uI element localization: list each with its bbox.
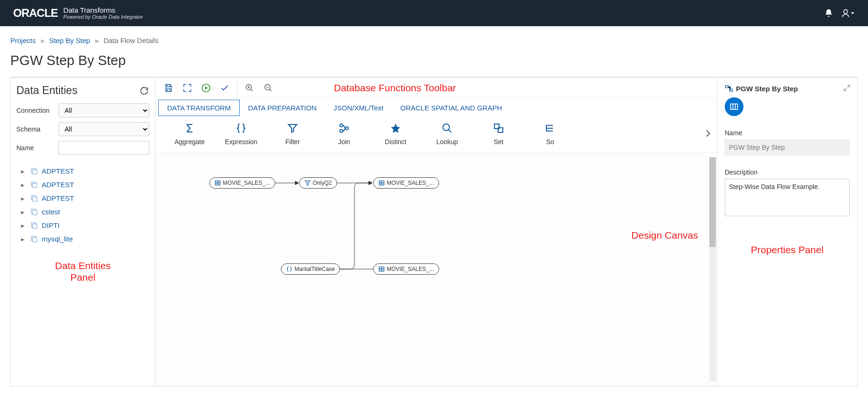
center-panel: Database Functions Toolbar DATA TRANSFOR… [155, 77, 717, 387]
function-join[interactable]: Join [318, 121, 370, 146]
function-sort[interactable]: So [524, 121, 576, 146]
function-lookup[interactable]: Lookup [421, 121, 473, 146]
annotation-right: Properties Panel [725, 244, 850, 255]
canvas-node-label: OnlyQ2 [313, 180, 332, 186]
design-canvas[interactable]: MOVIE_SALES_... OnlyQ2 MOVIE_SALES_... M… [155, 153, 717, 386]
annotation-left: Data EntitiesPanel [16, 260, 149, 283]
properties-header: PGW Step By Step [725, 84, 850, 93]
scroll-right-icon[interactable] [703, 128, 713, 139]
canvas-node-expression[interactable]: MaritalTitleCase [281, 263, 340, 275]
save-icon[interactable] [159, 79, 178, 97]
table-icon [214, 180, 221, 186]
schema-icon [30, 168, 38, 175]
canvas-node-target1[interactable]: MOVIE_SALES_... [373, 177, 439, 189]
search-icon [421, 121, 473, 135]
tree-item[interactable]: ▸ADPTEST [16, 178, 149, 191]
chevron-right-icon: ▸ [21, 222, 27, 229]
function-label: Expression [215, 138, 267, 146]
braces-icon [215, 121, 267, 135]
funnel-icon [267, 121, 318, 135]
tree-item[interactable]: ▸DIPTI [16, 219, 149, 232]
funnel-icon [304, 180, 311, 186]
breadcrumb-projects[interactable]: Projects [10, 36, 36, 44]
table-icon [378, 266, 385, 272]
chevron-right-icon: ▸ [21, 208, 27, 216]
app-header: ORACLE Data Transforms Powered by Oracle… [0, 0, 868, 26]
grid-view-button[interactable] [725, 97, 743, 116]
description-field-value[interactable]: Step-Wise Data Flow Example. [725, 179, 850, 216]
name-field-label: Name [725, 129, 850, 137]
fit-screen-icon[interactable] [178, 79, 197, 97]
set-icon [473, 121, 524, 135]
bell-icon[interactable] [824, 8, 833, 18]
refresh-icon[interactable] [139, 86, 149, 96]
list-icon [524, 121, 576, 135]
chevron-right-icon: ▸ [21, 168, 27, 175]
zoom-in-icon[interactable] [240, 79, 259, 97]
schema-select[interactable]: All [59, 122, 149, 136]
svg-rect-2 [33, 169, 37, 174]
function-set[interactable]: Set [473, 121, 524, 146]
tree-item[interactable]: ▸ADPTEST [16, 191, 149, 205]
properties-title: PGW Step By Step [736, 85, 798, 93]
svg-rect-8 [33, 210, 37, 214]
expand-icon[interactable] [843, 84, 851, 92]
function-label: So [524, 138, 576, 146]
chevron-right-icon: ▸ [21, 235, 27, 243]
canvas-node-label: MOVIE_SALES_... [387, 266, 434, 272]
svg-rect-28 [726, 86, 728, 88]
annotation-canvas: Design Canvas [632, 230, 698, 241]
run-icon[interactable] [197, 79, 215, 97]
tab-item[interactable]: ORACLE SPATIAL AND GRAPH [392, 100, 510, 116]
tab-item[interactable]: JSON/XML/Text [325, 100, 392, 116]
connection-label: Connection [16, 107, 59, 114]
svg-point-19 [443, 124, 449, 131]
breadcrumb-step-by-step[interactable]: Step By Step [49, 36, 90, 44]
canvas-node-source1[interactable]: MOVIE_SALES_... [209, 177, 275, 189]
tree-item-label: ADPTEST [42, 181, 74, 189]
schema-icon [30, 235, 38, 243]
schema-icon [30, 181, 38, 189]
sigma-icon [164, 121, 215, 135]
function-filter[interactable]: Filter [267, 121, 318, 146]
breadcrumb-current: Data Flow Details [103, 36, 159, 44]
properties-panel: PGW Step By Step Name PGW Step By Step D… [717, 77, 858, 387]
zoom-out-icon[interactable] [259, 79, 278, 97]
user-menu-icon[interactable] [842, 8, 855, 18]
chevron-right-icon: ▸ [21, 181, 27, 189]
tab-item[interactable]: DATA TRANSFORM [158, 100, 240, 116]
tree-item[interactable]: ▸cstest [16, 205, 149, 219]
svg-point-18 [346, 127, 348, 130]
chevron-right-icon: ▸ [21, 195, 27, 202]
schema-icon [30, 222, 38, 229]
breadcrumb: Projects » Step By Step » Data Flow Deta… [0, 26, 868, 48]
svg-point-16 [340, 124, 343, 127]
connection-select[interactable]: All [59, 103, 149, 117]
branch-icon [318, 121, 370, 135]
tree-item[interactable]: ▸mysql_lite [16, 232, 149, 246]
function-label: Set [473, 138, 524, 146]
tree-item-label: DIPTI [42, 221, 59, 229]
function-distinct[interactable]: Distinct [370, 121, 421, 146]
app-subtitle: Powered by Oracle Data Integrator [63, 14, 143, 20]
description-field-label: Description [725, 168, 850, 176]
tree-item-label: cstest [42, 208, 60, 216]
function-aggregate[interactable]: Aggregate [164, 121, 215, 146]
canvas-node-target2[interactable]: MOVIE_SALES_... [373, 263, 439, 275]
app-title: Data Transforms [63, 7, 143, 15]
canvas-node-label: MOVIE_SALES_... [387, 180, 434, 186]
tree-item[interactable]: ▸ADPTEST [16, 164, 149, 178]
function-label: Aggregate [164, 138, 215, 146]
entity-tree: ▸ADPTEST▸ADPTEST▸ADPTEST▸cstest▸DIPTI▸my… [16, 164, 149, 246]
oracle-logo: ORACLE [13, 7, 58, 20]
name-input[interactable] [59, 141, 149, 155]
data-entities-title: Data Entities [16, 84, 77, 97]
star-icon [370, 121, 421, 135]
svg-point-17 [340, 130, 343, 132]
validate-icon[interactable] [215, 79, 234, 97]
svg-rect-6 [33, 197, 37, 201]
canvas-node-filter[interactable]: OnlyQ2 [299, 177, 337, 189]
function-expression[interactable]: Expression [215, 121, 267, 146]
canvas-scrollbar[interactable] [709, 157, 716, 381]
tab-item[interactable]: DATA PREPARATION [240, 100, 325, 116]
